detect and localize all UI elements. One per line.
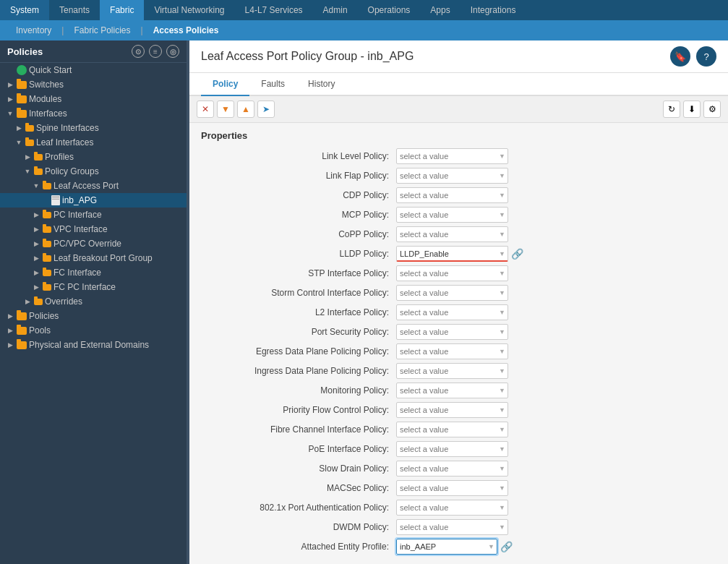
select-macsec-policy[interactable]: select a value [396, 480, 508, 496]
control-poe-interface-policy: select a value [396, 441, 508, 457]
tab-policy[interactable]: Policy [201, 73, 249, 96]
label-fibre-channel-interface: Fibre Channel Interface Policy: [201, 424, 396, 435]
bookmark-button[interactable]: 🔖 [670, 46, 690, 67]
select-priority-flow-control-policy[interactable]: select a value [396, 402, 508, 418]
control-macsec-policy: select a value [396, 480, 508, 496]
select-link-level-policy[interactable]: select a value [396, 148, 508, 164]
select-8021x-port-auth-policy[interactable]: select a value [396, 500, 508, 516]
sidebar-label-quick-start: Quick Start [29, 65, 72, 75]
select-wrapper-copp: select a value [396, 226, 508, 242]
subnav-access-policies[interactable]: Access Policies [145, 20, 228, 40]
sidebar-icon-3[interactable]: ◎ [166, 45, 179, 58]
sidebar-item-pc-interface[interactable]: PC Interface [0, 208, 187, 222]
folder-icon-fc-pc-interface [43, 284, 51, 291]
select-cdp-policy[interactable]: select a value [396, 187, 508, 203]
attached-entity-link-icon[interactable]: 🔗 [500, 541, 513, 552]
label-port-security-policy: Port Security Policy: [201, 327, 396, 337]
navigate-button[interactable]: ➤ [257, 101, 275, 118]
select-wrapper-poe: select a value [396, 441, 508, 457]
tab-faults[interactable]: Faults [249, 73, 296, 96]
sidebar-item-interfaces[interactable]: Interfaces [0, 106, 187, 121]
select-egress-data-plane-policy[interactable]: select a value [396, 343, 508, 359]
nav-virtual-networking[interactable]: Virtual Networking [144, 0, 234, 20]
subnav-inventory[interactable]: Inventory [7, 20, 60, 40]
move-up-button[interactable]: ▲ [237, 101, 254, 118]
sidebar-item-physical-external-domains[interactable]: Physical and External Domains [0, 338, 187, 352]
settings-button[interactable]: ⚙ [703, 101, 721, 118]
nav-l4-l7[interactable]: L4-L7 Services [235, 0, 313, 20]
refresh-button[interactable]: ↻ [663, 101, 680, 118]
nav-tenants[interactable]: Tenants [49, 0, 100, 20]
label-mcp-policy: MCP Policy: [201, 210, 396, 220]
sidebar-item-spine-interfaces[interactable]: Spine Interfaces [0, 121, 187, 135]
select-slow-drain-policy[interactable]: select a value [396, 461, 508, 477]
select-ingress-data-plane-policy[interactable]: select a value [396, 363, 508, 379]
nav-apps[interactable]: Apps [420, 0, 460, 20]
sidebar-item-leaf-breakout-port-group[interactable]: Leaf Breakout Port Group [0, 251, 187, 265]
select-wrapper-fibre-channel: select a value [396, 422, 508, 437]
field-storm-control-interface-policy: Storm Control Interface Policy: select a… [201, 285, 716, 301]
control-monitoring-policy: select a value [396, 383, 508, 398]
select-lldp-policy[interactable]: LLDP_Enable [396, 246, 508, 262]
field-monitoring-policy: Monitoring Policy: select a value [201, 383, 716, 398]
sidebar-label-vpc-interface: VPC Interface [53, 224, 108, 234]
nav-integrations[interactable]: Integrations [461, 0, 526, 20]
sidebar-item-leaf-access-port[interactable]: Leaf Access Port [0, 179, 187, 193]
sidebar-label-pools: Pools [29, 325, 51, 336]
sidebar-item-switches[interactable]: Switches [0, 77, 187, 92]
field-slow-drain-policy: Slow Drain Policy: select a value [201, 461, 716, 477]
select-port-security-policy[interactable]: select a value [396, 324, 508, 340]
tab-history[interactable]: History [296, 73, 346, 96]
input-attached-entity-profile[interactable] [396, 539, 497, 555]
sidebar-item-modules[interactable]: Modules [0, 92, 187, 106]
select-fibre-channel-interface-policy[interactable]: select a value [396, 422, 508, 437]
sidebar-item-policies[interactable]: Policies [0, 309, 187, 323]
subnav-fabric-policies[interactable]: Fabric Policies [65, 20, 139, 40]
select-copp-policy[interactable]: select a value [396, 226, 508, 242]
sidebar-item-profiles[interactable]: Profiles [0, 150, 187, 164]
help-button[interactable]: ? [696, 46, 716, 67]
select-mcp-policy[interactable]: select a value [396, 207, 508, 223]
sidebar-icon-1[interactable]: ⊙ [132, 45, 145, 58]
select-poe-interface-policy[interactable]: select a value [396, 441, 508, 457]
sidebar-item-quick-start[interactable]: Quick Start [0, 63, 187, 77]
move-down-button[interactable]: ▼ [217, 101, 234, 118]
control-dwdm-policy: select a value [396, 519, 508, 535]
sidebar-icon-2[interactable]: ≡ [149, 45, 162, 58]
sidebar-item-overrides[interactable]: Overrides [0, 294, 187, 309]
sidebar-item-fc-pc-interface[interactable]: FC PC Interface [0, 280, 187, 294]
sidebar-label-policy-groups: Policy Groups [45, 166, 99, 176]
sidebar-label-switches: Switches [29, 80, 64, 90]
content-header: Leaf Access Port Policy Group - inb_APG … [189, 40, 728, 73]
nav-fabric[interactable]: Fabric [100, 0, 144, 20]
select-wrapper-l2: select a value [396, 304, 508, 320]
sidebar-item-pools[interactable]: Pools [0, 323, 187, 338]
nav-admin[interactable]: Admin [313, 0, 358, 20]
select-link-flap-policy[interactable]: select a value [396, 168, 508, 184]
nav-operations[interactable]: Operations [358, 0, 421, 20]
field-lldp-policy: LLDP Policy: LLDP_Enable 🔗 [201, 246, 716, 262]
label-link-level-policy: Link Level Policy: [201, 151, 396, 161]
sidebar-item-fc-interface[interactable]: FC Interface [0, 265, 187, 280]
select-storm-control-policy[interactable]: select a value [396, 285, 508, 301]
label-egress-data-plane: Egress Data Plane Policing Policy: [201, 346, 396, 356]
sidebar-item-policy-groups[interactable]: Policy Groups [0, 164, 187, 179]
nav-system[interactable]: System [0, 0, 49, 20]
control-stp-interface-policy: select a value [396, 265, 508, 281]
download-button[interactable]: ⬇ [683, 101, 701, 118]
folder-icon-policies [17, 312, 27, 320]
sidebar-label-modules: Modules [29, 94, 61, 104]
sidebar-item-inb-apg[interactable]: inb_APG [0, 193, 187, 208]
lldp-link-icon[interactable]: 🔗 [511, 248, 523, 260]
delete-button[interactable]: ✕ [197, 101, 214, 118]
select-monitoring-policy[interactable]: select a value [396, 383, 508, 398]
sidebar-item-leaf-interfaces[interactable]: Leaf Interfaces [0, 135, 187, 150]
field-macsec-policy: MACSec Policy: select a value [201, 480, 716, 496]
select-l2-interface-policy[interactable]: select a value [396, 304, 508, 320]
sidebar-item-vpc-interface[interactable]: VPC Interface [0, 222, 187, 236]
select-stp-interface-policy[interactable]: select a value [396, 265, 508, 281]
sidebar-label-pc-vpc-override: PC/VPC Override [53, 239, 121, 249]
select-dwdm-policy[interactable]: select a value [396, 519, 508, 535]
tree-arrow-leaf-interfaces [14, 138, 23, 147]
sidebar-item-pc-vpc-override[interactable]: PC/VPC Override [0, 236, 187, 251]
